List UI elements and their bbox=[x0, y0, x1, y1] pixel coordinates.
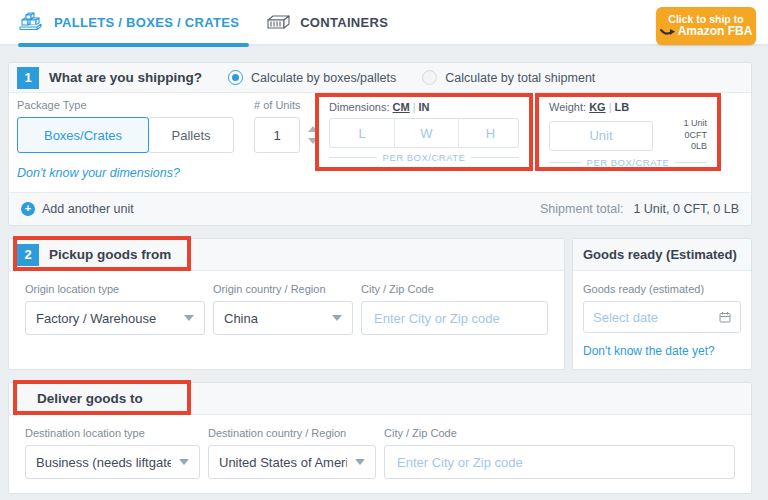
origin-country-column: Origin country / Region China bbox=[213, 283, 353, 335]
radio-calculate-by-boxes[interactable]: Calculate by boxes/pallets bbox=[228, 70, 396, 85]
per-box-crate-row: PER BOX/CRATE bbox=[329, 152, 519, 163]
dest-type-label: Destination location type bbox=[25, 427, 200, 439]
package-type-label: Package Type bbox=[17, 99, 247, 111]
height-input[interactable] bbox=[458, 119, 522, 147]
divider-line bbox=[675, 162, 707, 163]
section1-title: What are you shipping? bbox=[49, 70, 202, 85]
unit-weight-input[interactable] bbox=[549, 121, 653, 151]
dont-know-date-link[interactable]: Don't know the date yet? bbox=[583, 344, 715, 358]
weight-lb-toggle[interactable]: LB bbox=[615, 101, 630, 113]
shipment-total: Shipment total: 1 Unit, 0 CFT, 0 LB bbox=[540, 202, 739, 216]
section2-header: 2 Pickup goods from bbox=[9, 239, 564, 271]
add-another-unit-link[interactable]: + Add another unit bbox=[21, 202, 134, 216]
unit-summary-info: 1 Unit 0CFT 0LB bbox=[683, 118, 707, 153]
origin-country-value: China bbox=[224, 311, 258, 326]
pallet-boxes-icon bbox=[18, 11, 46, 33]
divider-line bbox=[471, 157, 519, 158]
divider-line bbox=[329, 157, 377, 158]
radio-selected-icon[interactable] bbox=[228, 70, 243, 85]
amazon-fba-button[interactable]: Click to ship to Amazon FBA bbox=[656, 7, 756, 45]
width-input[interactable] bbox=[394, 119, 458, 147]
package-type-toggle: Boxes/Crates Pallets bbox=[17, 117, 247, 153]
lwh-input-group bbox=[329, 118, 519, 148]
dest-type-column: Destination location type Business (need… bbox=[25, 427, 200, 479]
section-deliver-goods-to: Deliver goods to Destination location ty… bbox=[8, 382, 752, 494]
section3-header: Deliver goods to bbox=[9, 383, 751, 415]
dest-country-value: United States of America bbox=[219, 455, 347, 470]
origin-type-value: Factory / Warehouse bbox=[36, 311, 156, 326]
origin-country-label: Origin country / Region bbox=[213, 283, 353, 295]
section1-body: Package Type Boxes/Crates Pallets Don't … bbox=[9, 93, 751, 193]
radio-calculate-by-total[interactable]: Calculate by total shipment bbox=[422, 70, 595, 85]
dest-city-input[interactable] bbox=[384, 445, 735, 479]
unit-separator: | bbox=[413, 101, 416, 113]
calc-mode-radio-group: Calculate by boxes/pallets Calculate by … bbox=[228, 70, 595, 85]
weight-unit-row: Weight: KG|LB bbox=[549, 101, 707, 113]
unit-separator: | bbox=[609, 101, 612, 113]
units-input[interactable]: 1 bbox=[254, 117, 300, 153]
section1-header: 1 What are you shipping? Calculate by bo… bbox=[9, 63, 751, 93]
fba-button-line2: Amazon FBA bbox=[678, 25, 753, 39]
dimensions-group-annotated: Dimensions: CM|IN PER BOX/CRATE bbox=[315, 93, 533, 171]
dimensions-unit-row: Dimensions: CM|IN bbox=[329, 101, 519, 113]
section-goods-ready: Goods ready (Estimated) Goods ready (est… bbox=[572, 238, 752, 370]
origin-city-label: City / Zip Code bbox=[361, 283, 548, 295]
unit-count-text: 1 Unit bbox=[683, 118, 707, 130]
date-placeholder: Select date bbox=[593, 310, 658, 325]
dimensions-in-toggle[interactable]: IN bbox=[419, 101, 430, 113]
shipment-total-value: 1 Unit, 0 CFT, 0 LB bbox=[633, 202, 739, 216]
unit-lb-text: 0LB bbox=[683, 141, 707, 153]
origin-country-select[interactable]: China bbox=[213, 301, 353, 335]
radio-total-label: Calculate by total shipment bbox=[445, 71, 595, 85]
calendar-icon bbox=[719, 311, 731, 323]
pallets-button[interactable]: Pallets bbox=[148, 117, 234, 153]
weight-kg-toggle[interactable]: KG bbox=[589, 101, 606, 113]
section-pickup-goods-from: 2 Pickup goods from Origin location type… bbox=[8, 238, 565, 370]
container-icon bbox=[265, 12, 292, 32]
per-box-crate-label: PER BOX/CRATE bbox=[383, 152, 466, 163]
section1-footer: + Add another unit Shipment total: 1 Uni… bbox=[9, 192, 751, 225]
divider-line bbox=[549, 162, 581, 163]
chevron-down-icon bbox=[179, 459, 189, 465]
chevron-down-icon bbox=[355, 459, 365, 465]
origin-city-input[interactable] bbox=[361, 301, 548, 335]
amazon-arrow-icon bbox=[660, 28, 675, 37]
weight-label: Weight: bbox=[549, 101, 586, 113]
dest-country-select[interactable]: United States of America bbox=[208, 445, 376, 479]
unit-cft-text: 0CFT bbox=[683, 130, 707, 142]
dont-know-dimensions-link[interactable]: Don't know your dimensions? bbox=[17, 166, 180, 180]
goods-ready-date-picker[interactable]: Select date bbox=[583, 301, 741, 333]
per-box-crate-row: PER BOX/CRATE bbox=[549, 157, 707, 168]
dest-country-label: Destination country / Region bbox=[208, 427, 376, 439]
add-another-unit-label: Add another unit bbox=[42, 202, 134, 216]
dimensions-label: Dimensions: bbox=[329, 101, 390, 113]
section2-title: Pickup goods from bbox=[49, 247, 171, 262]
origin-type-select[interactable]: Factory / Warehouse bbox=[25, 301, 205, 335]
section1-number-badge: 1 bbox=[17, 67, 39, 89]
tab-containers-label: CONTAINERS bbox=[300, 15, 388, 30]
section2-form-row: Origin location type Factory / Warehouse… bbox=[9, 271, 564, 335]
radio-boxes-label: Calculate by boxes/pallets bbox=[251, 71, 396, 85]
active-tab-underline bbox=[18, 43, 249, 47]
goods-ready-title: Goods ready (Estimated) bbox=[583, 247, 737, 262]
top-tab-bar: PALLETS / BOXES / CRATES CONTAINERS Clic… bbox=[0, 0, 768, 46]
radio-unselected-icon[interactable] bbox=[422, 70, 437, 85]
weight-group-annotated: Weight: KG|LB 1 Unit 0CFT 0LB PER BOX/CR… bbox=[535, 93, 721, 171]
dest-city-label: City / Zip Code bbox=[384, 427, 735, 439]
boxes-crates-button[interactable]: Boxes/Crates bbox=[17, 117, 149, 153]
dest-type-select[interactable]: Business (needs liftgate) bbox=[25, 445, 200, 479]
goods-ready-header: Goods ready (Estimated) bbox=[573, 239, 751, 271]
section-what-are-you-shipping: 1 What are you shipping? Calculate by bo… bbox=[8, 62, 752, 226]
dimensions-cm-toggle[interactable]: CM bbox=[393, 101, 410, 113]
dest-country-column: Destination country / Region United Stat… bbox=[208, 427, 376, 479]
tab-containers[interactable]: CONTAINERS bbox=[265, 0, 414, 44]
tab-pallets-boxes-crates[interactable]: PALLETS / BOXES / CRATES bbox=[18, 0, 265, 44]
dest-city-column: City / Zip Code bbox=[384, 427, 735, 479]
origin-city-column: City / Zip Code bbox=[361, 283, 548, 335]
goods-ready-body: Goods ready (estimated) Select date Don'… bbox=[573, 271, 751, 358]
units-label: # of Units bbox=[254, 99, 318, 111]
length-input[interactable] bbox=[330, 119, 394, 147]
dest-type-value: Business (needs liftgate) bbox=[36, 455, 171, 470]
section2-number-badge: 2 bbox=[17, 244, 39, 266]
section3-title: Deliver goods to bbox=[17, 391, 143, 406]
